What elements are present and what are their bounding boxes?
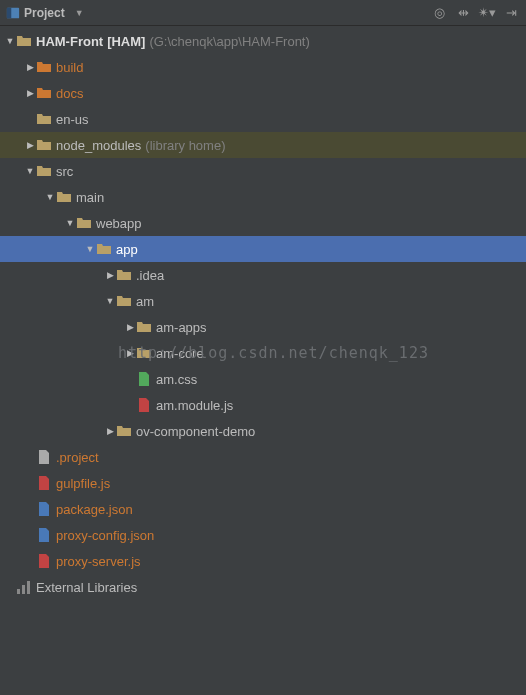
tree-node-main[interactable]: ▼ main: [0, 184, 526, 210]
tree-node-am-core[interactable]: ▶ am-core: [0, 340, 526, 366]
node-label: en-us: [56, 112, 89, 127]
folder-icon: [136, 319, 152, 335]
root-path: (G:\chenqk\app\HAM-Front): [149, 34, 309, 49]
node-label: gulpfile.js: [56, 476, 110, 491]
chevron-right-icon[interactable]: ▶: [124, 348, 136, 358]
chevron-right-icon[interactable]: ▶: [24, 140, 36, 150]
folder-icon: [56, 189, 72, 205]
node-label: am-core: [156, 346, 204, 361]
node-label: main: [76, 190, 104, 205]
chevron-right-icon[interactable]: ▶: [104, 270, 116, 280]
js-file-icon: [36, 553, 52, 569]
tree-node-external-libraries[interactable]: ▶ External Libraries: [0, 574, 526, 600]
scroll-from-source-icon[interactable]: ◎: [430, 4, 448, 22]
node-label: External Libraries: [36, 580, 137, 595]
chevron-down-icon[interactable]: ▼: [84, 244, 96, 254]
chevron-right-icon[interactable]: ▶: [24, 88, 36, 98]
chevron-down-icon[interactable]: ▼: [24, 166, 36, 176]
chevron-down-icon[interactable]: ▼: [104, 296, 116, 306]
folder-icon: [36, 85, 52, 101]
file-icon: [36, 449, 52, 465]
root-module: [HAM]: [107, 34, 145, 49]
node-label: ov-component-demo: [136, 424, 255, 439]
chevron-down-icon[interactable]: ▼: [4, 36, 16, 46]
node-label: build: [56, 60, 83, 75]
tree-node-am-module-js[interactable]: ▶ am.module.js: [0, 392, 526, 418]
tree-node-project-file[interactable]: ▶ .project: [0, 444, 526, 470]
tree-node-ov-component-demo[interactable]: ▶ ov-component-demo: [0, 418, 526, 444]
tree-node-webapp[interactable]: ▼ webapp: [0, 210, 526, 236]
js-file-icon: [136, 397, 152, 413]
node-label: app: [116, 242, 138, 257]
titlebar-right: ◎ ⇹ ✴▾ ⇥: [430, 4, 520, 22]
dropdown-arrow-icon[interactable]: ▼: [75, 8, 84, 18]
node-label: am: [136, 294, 154, 309]
folder-icon: [116, 293, 132, 309]
chevron-right-icon[interactable]: ▶: [24, 62, 36, 72]
node-label: proxy-config.json: [56, 528, 154, 543]
tree-node-am-css[interactable]: ▶ am.css: [0, 366, 526, 392]
folder-icon: [16, 33, 32, 49]
css-file-icon: [136, 371, 152, 387]
collapse-all-icon[interactable]: ⇹: [454, 4, 472, 22]
libraries-icon: [16, 579, 32, 595]
node-label: node_modules: [56, 138, 141, 153]
titlebar-left[interactable]: Project ▼: [6, 6, 84, 20]
node-label: docs: [56, 86, 83, 101]
node-annotation: (library home): [145, 138, 225, 153]
folder-icon: [136, 345, 152, 361]
tree-node-am[interactable]: ▼ am: [0, 288, 526, 314]
settings-gear-icon[interactable]: ✴▾: [478, 4, 496, 22]
folder-icon: [36, 137, 52, 153]
node-label: webapp: [96, 216, 142, 231]
tree-node-gulpfile[interactable]: ▶ gulpfile.js: [0, 470, 526, 496]
tree-node-en-us[interactable]: ▶ en-us: [0, 106, 526, 132]
tree-node-idea[interactable]: ▶ .idea: [0, 262, 526, 288]
tree-node-package-json[interactable]: ▶ package.json: [0, 496, 526, 522]
folder-icon: [76, 215, 92, 231]
tree-node-app[interactable]: ▼ app: [0, 236, 526, 262]
tree-node-am-apps[interactable]: ▶ am-apps: [0, 314, 526, 340]
folder-icon: [36, 163, 52, 179]
node-label: am-apps: [156, 320, 207, 335]
hide-panel-icon[interactable]: ⇥: [502, 4, 520, 22]
chevron-down-icon[interactable]: ▼: [44, 192, 56, 202]
root-name: HAM-Front: [36, 34, 103, 49]
node-label: proxy-server.js: [56, 554, 141, 569]
panel-title: Project: [24, 6, 65, 20]
project-titlebar: Project ▼ ◎ ⇹ ✴▾ ⇥: [0, 0, 526, 26]
node-label: package.json: [56, 502, 133, 517]
node-label: .project: [56, 450, 99, 465]
tree-node-build[interactable]: ▶ build: [0, 54, 526, 80]
project-panel-icon: [6, 6, 20, 20]
tree-node-proxy-config[interactable]: ▶ proxy-config.json: [0, 522, 526, 548]
tree-node-root[interactable]: ▼ HAM-Front [HAM] (G:\chenqk\app\HAM-Fro…: [0, 28, 526, 54]
tree-node-src[interactable]: ▼ src: [0, 158, 526, 184]
node-label: am.module.js: [156, 398, 233, 413]
js-file-icon: [36, 475, 52, 491]
folder-icon: [116, 423, 132, 439]
node-label: src: [56, 164, 73, 179]
json-file-icon: [36, 527, 52, 543]
chevron-right-icon[interactable]: ▶: [124, 322, 136, 332]
json-file-icon: [36, 501, 52, 517]
node-label: am.css: [156, 372, 197, 387]
project-tree: ▼ HAM-Front [HAM] (G:\chenqk\app\HAM-Fro…: [0, 26, 526, 600]
tree-node-docs[interactable]: ▶ docs: [0, 80, 526, 106]
chevron-down-icon[interactable]: ▼: [64, 218, 76, 228]
tree-node-node-modules[interactable]: ▶ node_modules (library home): [0, 132, 526, 158]
folder-icon: [116, 267, 132, 283]
folder-icon: [36, 111, 52, 127]
node-label: .idea: [136, 268, 164, 283]
folder-icon: [36, 59, 52, 75]
chevron-right-icon[interactable]: ▶: [104, 426, 116, 436]
folder-icon: [96, 241, 112, 257]
tree-node-proxy-server[interactable]: ▶ proxy-server.js: [0, 548, 526, 574]
